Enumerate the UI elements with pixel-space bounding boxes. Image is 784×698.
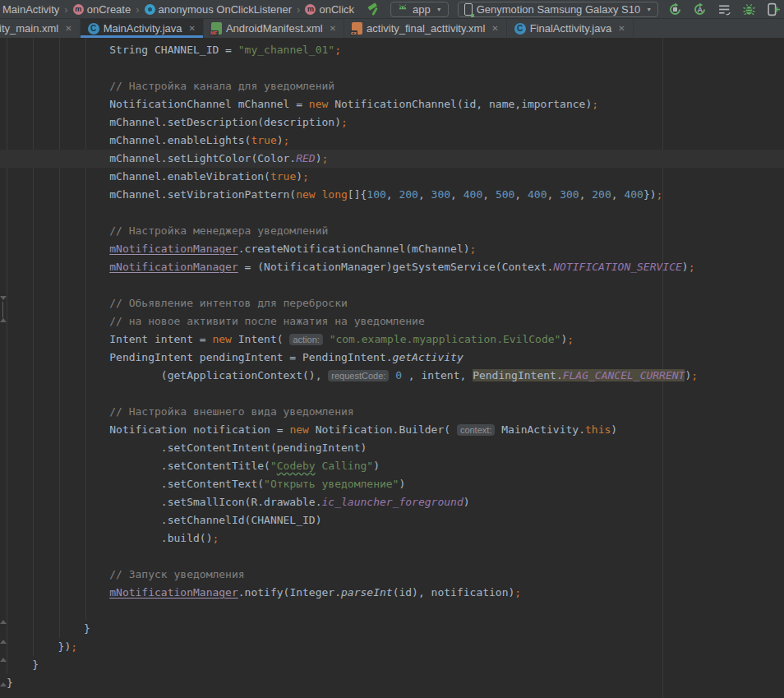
- code-segment: ;: [689, 261, 695, 273]
- code-segment: RED: [296, 152, 315, 164]
- code-segment: ;: [514, 586, 521, 599]
- code-segment: .setSmallIcon(R.drawable.: [7, 496, 322, 508]
- fold-marker-icon[interactable]: [0, 296, 7, 300]
- breadcrumb-item-anonymous-onclicklistener[interactable]: anonymous OnClickListener: [145, 3, 293, 16]
- android-head-icon: [397, 2, 408, 16]
- code-segment: 0: [395, 369, 402, 381]
- editor-tab-bar: ity_main.xml✕CMainActivity.java✕MFAndroi…: [0, 18, 784, 38]
- code-segment: // Настройка канала для уведомлений: [7, 80, 334, 92]
- code-segment: ): [277, 134, 284, 146]
- breadcrumb-separator-icon: ›: [64, 3, 67, 16]
- device-selector[interactable]: Genymotion Samsung Galaxy S10 ▼: [458, 2, 658, 17]
- code-segment: ;: [592, 98, 598, 110]
- code-area[interactable]: String CHANNEL_ID = "my_channel_01"; // …: [0, 38, 784, 698]
- code-segment: Intent intent =: [7, 333, 212, 345]
- code-segment: MainActivity.: [495, 423, 585, 436]
- code-segment: ): [316, 152, 322, 164]
- code-segment: ,: [386, 188, 399, 201]
- apply-code-changes-icon[interactable]: A: [693, 2, 707, 16]
- fold-marker-icon[interactable]: [0, 620, 7, 624]
- chevron-down-icon: ▼: [436, 7, 442, 12]
- code-line: String CHANNEL_ID = "my_channel_01";: [0, 41, 784, 59]
- close-tab-icon[interactable]: ✕: [618, 24, 625, 33]
- code-line: // Настройка менеджера уведомлений: [0, 222, 784, 240]
- code-line: mChannel.setVibrationPattern(new long[]{…: [0, 186, 784, 204]
- code-segment: }: [7, 659, 39, 671]
- profiler-icon[interactable]: [717, 2, 731, 16]
- xml-file-icon: cx: [352, 22, 362, 35]
- debug-icon[interactable]: [742, 2, 756, 16]
- code-segment: true: [251, 134, 276, 146]
- tab-ity-main-xml[interactable]: ity_main.xml✕: [0, 19, 81, 38]
- code-segment: mChannel.enableLights(: [7, 134, 251, 146]
- code-segment: ,: [450, 188, 463, 201]
- tab-label: AndroidManifest.xml: [226, 22, 323, 35]
- code-segment: ,: [547, 188, 560, 201]
- code-line: .setChannelId(CHANNEL_ID): [0, 511, 784, 529]
- java-class-icon: C: [514, 23, 526, 35]
- code-segment: ": [270, 460, 277, 472]
- code-line: }: [0, 620, 784, 638]
- breadcrumb-item-oncreate[interactable]: monCreate: [73, 3, 131, 16]
- tab-label: activity_final_acttivity.xml: [367, 22, 485, 35]
- code-segment: // на новое активити после нажатия на ув…: [7, 315, 425, 327]
- close-tab-icon[interactable]: ✕: [65, 24, 71, 33]
- android-studio-window: { "toolbar": { "breadcrumbs": [ {"label"…: [0, 0, 784, 698]
- tab-label: MainActivity.java: [104, 22, 182, 35]
- run-configuration-selector[interactable]: app ▼: [390, 2, 449, 17]
- code-editor[interactable]: String CHANNEL_ID = "my_channel_01"; // …: [0, 38, 784, 698]
- tab-mainactivity-java[interactable]: CMainActivity.java✕: [81, 19, 204, 38]
- run-actions: A: [668, 2, 781, 16]
- build-hammer-icon[interactable]: [367, 2, 381, 16]
- code-segment: // Настройка внешнего вида уведомления: [7, 405, 354, 418]
- code-segment: mNotificationManager: [109, 586, 238, 599]
- code-segment: }): [7, 640, 71, 653]
- code-segment: 200: [592, 188, 611, 201]
- code-segment: .setContentText(: [7, 478, 264, 490]
- apply-changes-restart-icon[interactable]: [668, 2, 682, 16]
- fold-marker-icon[interactable]: [0, 658, 7, 662]
- close-tab-icon[interactable]: ✕: [188, 24, 195, 33]
- code-segment: ): [682, 261, 689, 273]
- code-line: mChannel.enableLights(true);: [0, 132, 784, 150]
- chevron-down-icon: ▼: [646, 7, 652, 12]
- code-segment: new: [289, 423, 308, 436]
- code-segment: Intent(: [232, 333, 289, 345]
- code-line: mNotificationManager.createNotificationC…: [0, 240, 784, 258]
- fold-marker-icon[interactable]: [0, 318, 7, 322]
- code-segment: 200: [399, 188, 417, 201]
- device-label: Genymotion Samsung Galaxy S10: [477, 3, 640, 16]
- code-segment: 300: [560, 188, 579, 201]
- code-segment: ;: [334, 44, 341, 56]
- code-segment: 300: [431, 188, 450, 201]
- run-configuration-label: app: [413, 3, 431, 16]
- tab-activity-final-acttivity-xml[interactable]: cxactivity_final_acttivity.xml✕: [344, 19, 507, 38]
- breadcrumb-label: anonymous OnClickListener: [159, 3, 293, 16]
- code-segment: mChannel.setVibrationPattern(: [7, 188, 296, 201]
- breadcrumb-item-onclick[interactable]: monClick: [305, 3, 354, 16]
- code-segment: [7, 586, 109, 599]
- tab-androidmanifest-xml[interactable]: MFAndroidManifest.xml✕: [204, 19, 344, 38]
- code-segment: [7, 243, 109, 255]
- code-segment: "my_channel_01": [238, 44, 334, 56]
- attach-debugger-icon[interactable]: [767, 2, 781, 16]
- breadcrumb-label: onClick: [319, 3, 354, 16]
- code-segment: ;: [691, 369, 698, 381]
- code-segment: [316, 188, 322, 201]
- code-line: .setContentTitle("Codeby Calling"): [0, 457, 784, 475]
- code-segment: true: [270, 170, 296, 183]
- close-tab-icon[interactable]: ✕: [330, 24, 336, 33]
- breadcrumb-item-mainactivity[interactable]: MainActivity: [2, 3, 59, 16]
- main-toolbar: MainActivity›monCreate›anonymous OnClick…: [0, 0, 784, 18]
- code-segment: ): [399, 478, 405, 490]
- fold-marker-icon[interactable]: [0, 640, 7, 644]
- method-icon: m: [305, 4, 316, 15]
- breadcrumb: MainActivity›monCreate›anonymous OnClick…: [0, 3, 354, 16]
- code-segment: ;: [322, 152, 329, 164]
- tab-finalacttivity-java[interactable]: CFinalActtivity.java✕: [507, 19, 634, 38]
- code-segment: }): [643, 188, 657, 201]
- code-line: .build();: [0, 529, 784, 548]
- close-tab-icon[interactable]: ✕: [491, 24, 498, 33]
- fold-marker-icon[interactable]: [0, 682, 7, 686]
- code-line: Intent intent = new Intent( action: "com…: [0, 331, 784, 349]
